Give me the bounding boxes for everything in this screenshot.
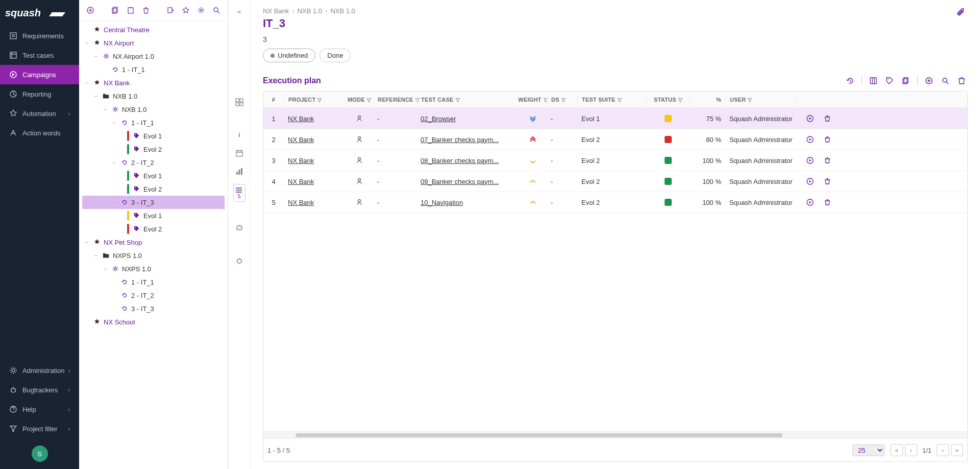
- col-ref[interactable]: REFERENCE▽: [373, 91, 416, 108]
- testcase-link[interactable]: 08_Banker checks paym...: [421, 157, 499, 165]
- table-row[interactable]: 5NX Bank-10_Navigation-Evol 2100 %Squash…: [263, 192, 967, 213]
- nav-reporting[interactable]: Reporting: [0, 84, 79, 104]
- nav-action-words[interactable]: Action words: [0, 123, 79, 143]
- filter-icon[interactable]: ▽: [561, 97, 566, 103]
- delete-row-icon[interactable]: [821, 175, 834, 187]
- delete-table-icon[interactable]: [955, 75, 968, 87]
- calendar-icon[interactable]: [233, 147, 246, 159]
- page-size-select[interactable]: 25: [852, 444, 885, 456]
- first-page-icon[interactable]: «: [891, 444, 903, 456]
- tree-node[interactable]: −NXPS 1.0: [82, 249, 225, 262]
- tree-node[interactable]: NX School: [82, 315, 225, 329]
- tree-node[interactable]: −NXPS 1.0: [82, 262, 225, 275]
- tree-node[interactable]: −3 - IT_3: [82, 196, 225, 209]
- tree-node[interactable]: 1 - IT_1: [82, 275, 225, 289]
- tree-node[interactable]: 2 - IT_2: [82, 289, 225, 302]
- favorite-icon[interactable]: [180, 4, 192, 16]
- tree-node[interactable]: 3 - IT_3: [82, 302, 225, 315]
- nav-test-cases[interactable]: Test cases: [0, 45, 79, 65]
- tag-action-icon[interactable]: [884, 75, 896, 87]
- delete-row-icon[interactable]: [821, 154, 834, 167]
- copy-icon[interactable]: [109, 4, 121, 16]
- table-row[interactable]: 1NX Bank-02_Browser-Evol 175 %Squash Adm…: [263, 108, 967, 129]
- toggle-icon[interactable]: −: [92, 93, 100, 99]
- tree-node[interactable]: 1 - IT_1: [82, 63, 225, 76]
- nav-automation[interactable]: Automation›: [0, 104, 79, 123]
- search-table-icon[interactable]: [939, 75, 951, 87]
- dashboard-icon[interactable]: [233, 96, 246, 108]
- tree-node[interactable]: −NX Airport 1.0: [82, 50, 225, 63]
- tree-node[interactable]: −1 - IT_1: [82, 116, 225, 129]
- run-icon[interactable]: [804, 196, 816, 208]
- table-row[interactable]: 3NX Bank-08_Banker checks paym...-Evol 2…: [263, 150, 967, 171]
- tree-node[interactable]: Evol 2: [82, 143, 225, 156]
- next-page-icon[interactable]: ›: [937, 444, 949, 456]
- col-pct[interactable]: %: [690, 91, 725, 108]
- automation-icon[interactable]: [233, 222, 246, 235]
- status-done-pill[interactable]: Done: [320, 49, 351, 62]
- collapse-tree-icon[interactable]: ‹: [223, 204, 225, 212]
- run-icon[interactable]: [804, 154, 816, 167]
- toggle-icon[interactable]: −: [92, 252, 100, 259]
- tree-node[interactable]: −2 - IT_2: [82, 156, 225, 169]
- toggle-icon[interactable]: −: [111, 159, 118, 166]
- tree-node[interactable]: −NXB 1.0: [82, 103, 225, 116]
- tree-node[interactable]: −NX Pet Shop: [82, 236, 225, 249]
- columns-icon[interactable]: [867, 75, 879, 87]
- avatar[interactable]: S: [32, 445, 48, 462]
- nav-help[interactable]: Help›: [0, 400, 79, 419]
- crumb-1[interactable]: NXB 1.0: [298, 7, 322, 15]
- tree-node[interactable]: Evol 2: [82, 222, 225, 236]
- add-icon[interactable]: [84, 4, 96, 16]
- col-tc[interactable]: TEST CASE▽: [416, 91, 519, 108]
- testcase-link[interactable]: 02_Browser: [421, 115, 456, 123]
- history-icon[interactable]: [844, 75, 856, 87]
- last-page-icon[interactable]: »: [951, 444, 963, 456]
- col-user[interactable]: USER▽: [725, 91, 797, 108]
- delete-icon[interactable]: [140, 4, 152, 16]
- nav-administration[interactable]: Administration›: [0, 361, 79, 380]
- nav-campaigns[interactable]: Campaigns: [0, 65, 79, 84]
- testcase-link[interactable]: 10_Navigation: [421, 199, 463, 206]
- export-icon[interactable]: [164, 4, 177, 16]
- toggle-icon[interactable]: −: [111, 120, 118, 126]
- col-suite[interactable]: TEST SUITE▽: [577, 91, 646, 108]
- table-row[interactable]: 4NX Bank-09_Banker checks paym...-Evol 2…: [263, 171, 967, 192]
- testcase-link[interactable]: 09_Banker checks paym...: [421, 178, 499, 185]
- tree-node[interactable]: −NX Bank: [82, 76, 225, 89]
- paste-icon[interactable]: [125, 4, 137, 16]
- col-ds[interactable]: DS▽: [547, 91, 577, 108]
- col-project[interactable]: PROJECT▽: [284, 91, 345, 108]
- project-link[interactable]: NX Bank: [288, 199, 314, 206]
- stats-icon[interactable]: [233, 166, 246, 178]
- attachment-icon[interactable]: [955, 7, 968, 19]
- multi-copy-icon[interactable]: [900, 75, 912, 87]
- delete-row-icon[interactable]: [821, 133, 834, 146]
- back-icon[interactable]: «: [233, 5, 246, 17]
- project-link[interactable]: NX Bank: [288, 178, 314, 185]
- crumb-0[interactable]: NX Bank: [263, 7, 289, 15]
- col-mode[interactable]: MODE▽: [345, 91, 373, 108]
- filter-icon[interactable]: ▽: [678, 97, 682, 103]
- filter-icon[interactable]: ▽: [456, 97, 460, 103]
- tree-node[interactable]: −NX Airport: [82, 36, 225, 50]
- info-icon[interactable]: [233, 129, 246, 141]
- toggle-icon[interactable]: −: [92, 53, 100, 59]
- toggle-icon[interactable]: −: [102, 266, 109, 272]
- nav-requirements[interactable]: Requirements: [0, 26, 79, 45]
- prev-page-icon[interactable]: ‹: [905, 444, 917, 456]
- issues-icon[interactable]: [233, 255, 246, 267]
- toggle-icon[interactable]: −: [111, 199, 118, 205]
- nav-bugtrackers[interactable]: Bugtrackers›: [0, 380, 79, 400]
- toggle-icon[interactable]: −: [102, 106, 109, 112]
- crumb-2[interactable]: NXB 1.0: [330, 7, 355, 15]
- table-row[interactable]: 2NX Bank-07_Banker checks paym...-Evol 2…: [263, 129, 967, 150]
- delete-row-icon[interactable]: [821, 196, 834, 208]
- filter-icon[interactable]: ▽: [618, 97, 622, 103]
- col-weight[interactable]: WEIGHT▽: [519, 91, 547, 108]
- filter-icon[interactable]: ▽: [367, 97, 371, 103]
- tree-node[interactable]: Evol 1: [82, 129, 225, 143]
- toggle-icon[interactable]: −: [83, 239, 90, 245]
- toggle-icon[interactable]: −: [83, 80, 90, 86]
- run-icon[interactable]: [804, 133, 816, 146]
